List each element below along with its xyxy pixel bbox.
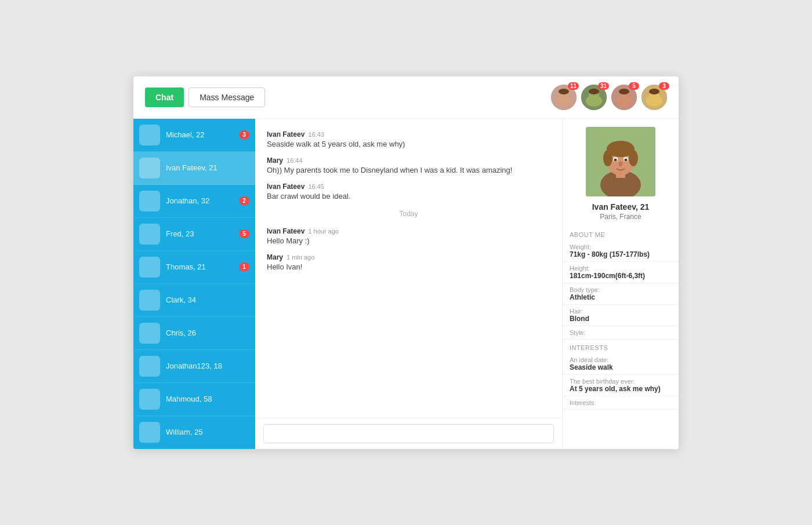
field-value-2: Athletic bbox=[570, 293, 672, 301]
avatar-badge-1: 11 bbox=[568, 82, 579, 90]
contact-avatar-6 bbox=[139, 323, 160, 344]
contact-avatar-3 bbox=[139, 224, 160, 245]
msg-text-2: Bar crawl would be ideal. bbox=[267, 192, 550, 200]
msg-time-5: 1 min ago bbox=[287, 254, 314, 261]
message-1: Mary16:44Oh)) My parents took me to Disn… bbox=[267, 156, 550, 174]
msg-text-5: Hello Ivan! bbox=[267, 262, 550, 271]
contact-avatar-9 bbox=[139, 422, 160, 443]
mass-message-button[interactable]: Mass Message bbox=[188, 88, 265, 107]
message-4: Ivan Fateev1 hour agoHello Mary :) bbox=[267, 227, 550, 245]
profile-field-1: Height:181cm-190cm(6ft-6,3ft) bbox=[563, 262, 679, 283]
svg-point-25 bbox=[614, 158, 617, 161]
contact-item-5[interactable]: Clark, 34 bbox=[133, 284, 255, 317]
contact-item-3[interactable]: Fred, 235 bbox=[133, 218, 255, 251]
profile-field-0: Weight:71kg - 80kg (157-177lbs) bbox=[563, 240, 679, 262]
chat-button[interactable]: Chat bbox=[145, 88, 184, 107]
contact-item-2[interactable]: Jonathan, 322 bbox=[133, 185, 255, 218]
contact-item-8[interactable]: Mahmoud, 58 bbox=[133, 383, 255, 416]
field-label-0: Weight: bbox=[570, 243, 672, 250]
chat-area: Ivan Fateev16:43Seaside walk at 5 years … bbox=[255, 119, 563, 449]
contact-name-9: William, 25 bbox=[166, 428, 249, 436]
contact-avatar-0 bbox=[139, 125, 160, 145]
svg-point-21 bbox=[603, 150, 612, 166]
field-label-4: Style: bbox=[570, 329, 672, 336]
contact-item-6[interactable]: Chris, 26 bbox=[133, 317, 255, 350]
avatar-badge-2: 31 bbox=[598, 82, 609, 90]
msg-text-4: Hello Mary :) bbox=[267, 236, 550, 245]
contact-badge-0: 3 bbox=[239, 130, 249, 139]
header-avatar-3[interactable]: 5 bbox=[611, 85, 637, 110]
avatar-badge-3: 5 bbox=[629, 82, 639, 90]
contact-name-5: Clark, 34 bbox=[166, 296, 249, 304]
contact-name-6: Chris, 26 bbox=[166, 329, 249, 337]
contact-avatar-7 bbox=[139, 356, 160, 377]
svg-point-11 bbox=[619, 89, 629, 94]
contact-badge-3: 5 bbox=[239, 229, 249, 238]
msg-sender-2: Ivan Fateev bbox=[267, 183, 304, 191]
msg-text-1: Oh)) My parents took me to Disneyland wh… bbox=[267, 166, 550, 174]
header-avatar-4[interactable]: 3 bbox=[641, 85, 667, 110]
contact-avatar-5 bbox=[139, 290, 160, 311]
msg-sender-1: Mary bbox=[267, 156, 283, 165]
contact-avatar-2 bbox=[139, 191, 160, 212]
sidebar: Michael, 223Ivan Fateev, 21Jonathan, 322… bbox=[133, 119, 255, 449]
field-value-3: Blond bbox=[570, 315, 672, 323]
interest-label-2: Interests: bbox=[570, 399, 672, 406]
msg-time-1: 16:44 bbox=[287, 157, 303, 164]
chat-input[interactable] bbox=[263, 424, 554, 443]
header-avatars: 11 31 5 3 bbox=[551, 85, 667, 110]
svg-point-7 bbox=[589, 89, 599, 94]
field-label-1: Height: bbox=[570, 265, 672, 272]
profile-panel: Ivan Fateev, 21 Paris, France ABOUT ME W… bbox=[563, 119, 679, 449]
field-label-3: Hair: bbox=[570, 308, 672, 315]
msg-sender-5: Mary bbox=[267, 253, 283, 261]
svg-point-3 bbox=[559, 89, 569, 94]
msg-text-0: Seaside walk at 5 years old, ask me why) bbox=[267, 140, 550, 148]
interest-field-1: The best birthday ever:At 5 years old, a… bbox=[563, 375, 679, 396]
msg-sender-4: Ivan Fateev bbox=[267, 227, 304, 235]
interest-label-1: The best birthday ever: bbox=[570, 378, 672, 385]
interest-value-0: Seaside walk bbox=[570, 363, 672, 371]
contact-name-1: Ivan Fateev, 21 bbox=[166, 163, 249, 172]
header-left: Chat Mass Message bbox=[145, 88, 265, 107]
profile-field-2: Body type:Athletic bbox=[563, 283, 679, 305]
contact-name-8: Mahmoud, 58 bbox=[166, 395, 249, 403]
contact-name-7: Jonathan123, 18 bbox=[166, 362, 249, 370]
header: Chat Mass Message 11 31 5 3 bbox=[133, 76, 679, 119]
contact-item-0[interactable]: Michael, 223 bbox=[133, 119, 255, 152]
message-5: Mary1 min agoHello Ivan! bbox=[267, 253, 550, 271]
app-container: Chat Mass Message 11 31 5 3 Michael, 223… bbox=[133, 76, 679, 449]
contact-avatar-1 bbox=[139, 158, 160, 178]
field-value-1: 181cm-190cm(6ft-6,3ft) bbox=[570, 272, 672, 280]
chat-input-area bbox=[255, 418, 562, 449]
contact-avatar-8 bbox=[139, 389, 160, 410]
msg-sender-0: Ivan Fateev bbox=[267, 130, 304, 138]
avatar-badge-4: 3 bbox=[659, 82, 669, 90]
contact-item-4[interactable]: Thomas, 211 bbox=[133, 251, 255, 284]
messages-container: Ivan Fateev16:43Seaside walk at 5 years … bbox=[255, 119, 562, 418]
message-0: Ivan Fateev16:43Seaside walk at 5 years … bbox=[267, 130, 550, 148]
contact-avatar-4 bbox=[139, 257, 160, 278]
profile-location: Paris, France bbox=[563, 213, 679, 221]
msg-time-0: 16:43 bbox=[308, 131, 324, 138]
contact-badge-2: 2 bbox=[239, 196, 249, 205]
svg-point-22 bbox=[629, 150, 638, 166]
interest-field-0: An ideal date:Seaside walk bbox=[563, 353, 679, 375]
message-2: Ivan Fateev16:45Bar crawl would be ideal… bbox=[267, 183, 550, 200]
about-section-label: ABOUT ME bbox=[563, 227, 679, 240]
contact-item-7[interactable]: Jonathan123, 18 bbox=[133, 350, 255, 383]
msg-time-2: 16:45 bbox=[308, 183, 324, 190]
field-label-2: Body type: bbox=[570, 286, 672, 293]
interests-section-label: INTERESTS bbox=[563, 340, 679, 353]
contact-item-9[interactable]: William, 25 bbox=[133, 416, 255, 449]
interest-value-1: At 5 years old, ask me why) bbox=[570, 385, 672, 393]
header-avatar-1[interactable]: 11 bbox=[551, 85, 577, 110]
profile-field-4: Style: bbox=[563, 326, 679, 340]
field-value-0: 71kg - 80kg (157-177lbs) bbox=[570, 250, 672, 258]
svg-point-26 bbox=[625, 158, 628, 161]
contact-item-1[interactable]: Ivan Fateev, 21 bbox=[133, 152, 255, 185]
header-avatar-2[interactable]: 31 bbox=[581, 85, 607, 110]
interest-label-0: An ideal date: bbox=[570, 356, 672, 363]
contact-name-0: Michael, 22 bbox=[166, 130, 239, 139]
contact-badge-4: 1 bbox=[239, 262, 249, 271]
